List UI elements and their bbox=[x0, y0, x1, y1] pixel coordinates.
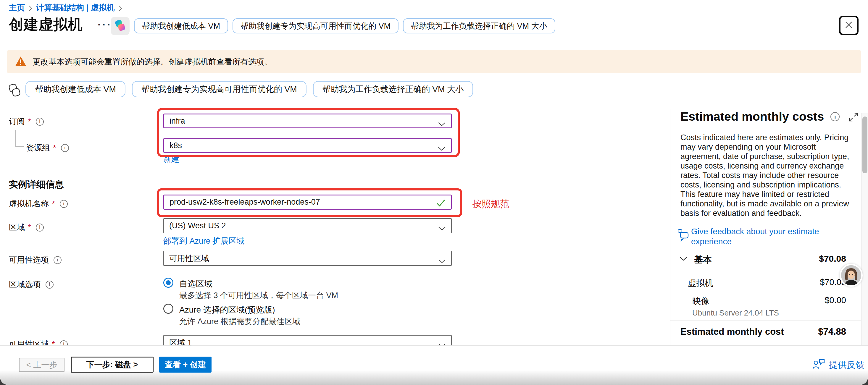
breadcrumb-home-link[interactable]: 主页 bbox=[9, 2, 25, 13]
subscription-dropdown[interactable]: infra bbox=[163, 114, 452, 128]
copilot-outline-icon bbox=[8, 84, 21, 98]
chevron-right-icon bbox=[28, 4, 33, 11]
cost-total-divider bbox=[670, 321, 861, 321]
availability-options-dropdown[interactable]: 可用性区域 bbox=[163, 251, 452, 266]
chevron-down-icon bbox=[438, 144, 445, 153]
chip-low-cost-vm[interactable]: 帮助我创建低成本 VM bbox=[134, 18, 228, 33]
create-vm-page: 主页 计算基础结构 | 虚拟机 创建虚拟机 ··· 帮助我创建低成本 VM 帮助… bbox=[0, 0, 868, 385]
review-create-button[interactable]: 查看 + 创建 bbox=[159, 357, 212, 373]
chip-high-availability-vm[interactable]: 帮助我创建专为实现高可用性而优化的 VM bbox=[232, 18, 399, 33]
cost-row-image-value: $0.00 bbox=[680, 295, 846, 305]
panel-divider bbox=[670, 109, 671, 345]
footer-bar: < 上一步 下一步: 磁盘 > 查看 + 创建 提供反馈 bbox=[0, 345, 868, 385]
close-icon bbox=[844, 20, 854, 31]
estimate-feedback-link[interactable]: Give feedback about your estimate experi… bbox=[691, 226, 851, 247]
radio-self-selected-zones[interactable] bbox=[163, 278, 173, 288]
zone-options-label: 区域选项 bbox=[9, 279, 54, 290]
close-button[interactable] bbox=[839, 16, 859, 35]
vm-name-label: 虚拟机名称 * bbox=[9, 198, 68, 209]
info-icon[interactable] bbox=[54, 256, 62, 264]
copilot-suggestion-chips-top: 帮助我创建低成本 VM 帮助我创建专为实现高可用性而优化的 VM 帮助我为工作负… bbox=[134, 18, 555, 33]
give-feedback-link[interactable]: 提供反馈 bbox=[812, 358, 864, 372]
info-icon[interactable] bbox=[45, 281, 54, 289]
valid-check-icon bbox=[436, 199, 445, 209]
resource-group-dropdown[interactable]: k8s bbox=[163, 138, 452, 153]
warning-icon bbox=[15, 56, 27, 68]
radio-self-selected-zones-desc: 最多选择 3 个可用性区域，每个区域一台 VM bbox=[179, 290, 338, 301]
availability-options-label: 可用性选项 bbox=[9, 255, 62, 265]
breadcrumb: 主页 计算基础结构 | 虚拟机 bbox=[9, 2, 122, 13]
feedback-person-icon bbox=[812, 358, 826, 372]
tree-connector bbox=[16, 130, 24, 147]
chevron-down-icon bbox=[438, 120, 445, 129]
copilot-suggestion-chips-inline: 帮助我创建低成本 VM 帮助我创建专为实现高可用性而优化的 VM 帮助我为工作负… bbox=[26, 81, 473, 97]
warning-banner: 更改基本选项可能会重置所做的选择。创建虚拟机前查看所有选项。 bbox=[7, 50, 861, 73]
scrollbar[interactable] bbox=[861, 113, 868, 345]
vm-name-annotation: 按照规范 bbox=[472, 198, 509, 210]
radio-self-selected-zones-label[interactable]: 自选区域 bbox=[179, 278, 212, 289]
info-icon[interactable] bbox=[60, 200, 68, 208]
resource-group-label: 资源组 * bbox=[26, 142, 69, 153]
radio-azure-selected-zones-label[interactable]: Azure 选择的区域(预览版) bbox=[179, 304, 275, 316]
copilot-button[interactable] bbox=[111, 17, 130, 35]
vm-name-input[interactable]: prod-usw2-k8s-freeleaps-worker-nodes-07 bbox=[163, 195, 452, 210]
previous-button[interactable]: < 上一步 bbox=[19, 358, 64, 372]
chip-right-vm-size[interactable]: 帮助我为工作负载选择正确的 VM 大小 bbox=[403, 18, 555, 33]
subscription-label: 订阅 * bbox=[9, 116, 44, 127]
chevron-down-icon bbox=[438, 256, 446, 265]
info-icon[interactable] bbox=[36, 118, 44, 126]
feedback-bubbles-icon bbox=[678, 229, 689, 243]
chip-high-availability-vm[interactable]: 帮助我创建专为实现高可用性而优化的 VM bbox=[132, 81, 307, 97]
region-dropdown[interactable]: (US) West US 2 bbox=[163, 218, 452, 233]
cost-group-basic-value: $70.08 bbox=[680, 254, 846, 264]
cost-row-vm-value: $70.08 bbox=[680, 277, 846, 287]
info-icon[interactable] bbox=[830, 112, 840, 121]
estimated-monthly-cost-value: $74.88 bbox=[680, 326, 846, 337]
chip-right-vm-size[interactable]: 帮助我为工作负载选择正确的 VM 大小 bbox=[313, 81, 473, 97]
radio-azure-selected-zones[interactable] bbox=[163, 304, 173, 314]
more-options-button[interactable]: ··· bbox=[98, 19, 112, 30]
info-icon[interactable] bbox=[61, 144, 69, 152]
create-new-resource-group-link[interactable]: 新建 bbox=[163, 154, 179, 164]
region-label: 区域 * bbox=[9, 222, 44, 233]
breadcrumb-section-link[interactable]: 计算基础结构 | 虚拟机 bbox=[36, 2, 115, 13]
chevron-down-icon bbox=[438, 224, 446, 233]
cost-disclaimer-text: Costs indicated here are estimates only.… bbox=[680, 133, 852, 218]
next-disks-button[interactable]: 下一步: 磁盘 > bbox=[71, 357, 154, 373]
chip-low-cost-vm[interactable]: 帮助我创建低成本 VM bbox=[26, 81, 125, 97]
page-title: 创建虚拟机 bbox=[9, 15, 83, 34]
chevron-right-icon bbox=[118, 4, 122, 11]
cost-panel-title: Estimated monthly costs bbox=[680, 110, 840, 124]
deploy-extended-zones-link[interactable]: 部署到 Azure 扩展区域 bbox=[163, 236, 245, 246]
warning-text: 更改基本选项可能会重置所做的选择。创建虚拟机前查看所有选项。 bbox=[33, 57, 272, 67]
info-icon[interactable] bbox=[36, 224, 44, 231]
collapse-panel-button[interactable] bbox=[848, 111, 859, 123]
user-avatar[interactable] bbox=[840, 264, 863, 287]
scrollbar-thumb[interactable] bbox=[862, 117, 867, 173]
cost-row-image-sub: Ubuntu Server 24.04 LTS bbox=[692, 309, 779, 318]
instance-details-heading: 实例详细信息 bbox=[9, 178, 64, 191]
copilot-icon bbox=[114, 19, 126, 33]
radio-azure-selected-zones-desc: 允许 Azure 根据需要分配最佳区域 bbox=[179, 316, 301, 327]
